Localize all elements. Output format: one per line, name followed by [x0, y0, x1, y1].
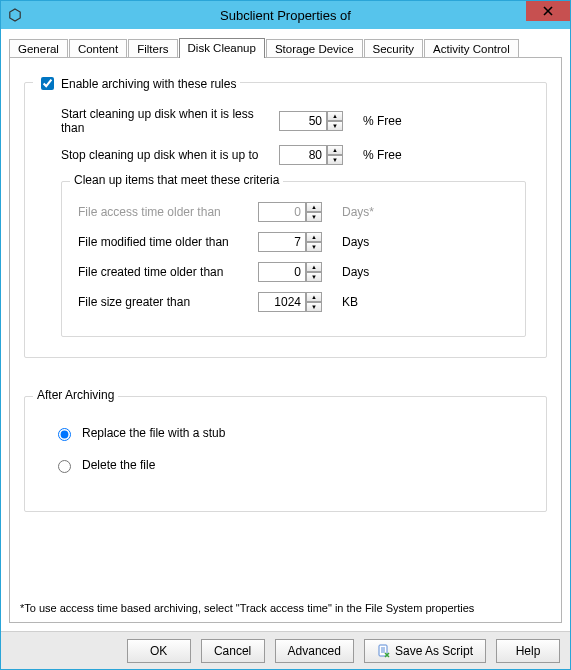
tab-storage-device[interactable]: Storage Device: [266, 39, 363, 58]
spin-up-icon[interactable]: ▲: [306, 292, 322, 302]
cancel-button[interactable]: Cancel: [201, 639, 265, 663]
access-time-unit: Days*: [342, 205, 374, 219]
close-button[interactable]: [526, 1, 570, 21]
modified-time-input[interactable]: [258, 232, 306, 252]
start-cleaning-row: Start cleaning up disk when it is less t…: [61, 107, 534, 135]
criteria-group: Clean up items that meet these criteria …: [61, 181, 526, 337]
criteria-legend: Clean up items that meet these criteria: [70, 173, 283, 187]
ok-button[interactable]: OK: [127, 639, 191, 663]
created-time-label: File created time older than: [78, 265, 250, 279]
svg-marker-0: [10, 9, 20, 21]
delete-file-radio[interactable]: [58, 460, 71, 473]
tab-filters[interactable]: Filters: [128, 39, 177, 58]
spin-down-icon[interactable]: ▼: [306, 302, 322, 312]
created-time-input[interactable]: [258, 262, 306, 282]
file-size-unit: KB: [342, 295, 358, 309]
footnote: *To use access time based archiving, sel…: [20, 602, 474, 614]
start-cleaning-unit: % Free: [363, 114, 402, 128]
spin-down-icon: ▼: [306, 212, 322, 222]
stop-cleaning-unit: % Free: [363, 148, 402, 162]
stop-cleaning-label: Stop cleaning up disk when it is up to: [61, 148, 271, 162]
file-size-row: File size greater than ▲ ▼ KB: [78, 292, 515, 312]
access-time-row: File access time older than ▲ ▼ Days*: [78, 202, 515, 222]
file-size-spinner: ▲ ▼: [258, 292, 324, 312]
tab-general[interactable]: General: [9, 39, 68, 58]
after-archiving-group: After Archiving Replace the file with a …: [24, 396, 547, 512]
enable-archiving-label: Enable archiving with these rules: [61, 77, 236, 91]
file-size-input[interactable]: [258, 292, 306, 312]
spin-down-icon[interactable]: ▼: [306, 272, 322, 282]
app-icon: [7, 7, 23, 23]
spin-up-icon[interactable]: ▲: [327, 111, 343, 121]
enable-archiving-checkbox[interactable]: [41, 77, 54, 90]
spin-down-icon[interactable]: ▼: [327, 155, 343, 165]
replace-stub-label: Replace the file with a stub: [82, 426, 225, 440]
start-cleaning-label: Start cleaning up disk when it is less t…: [61, 107, 271, 135]
modified-time-spinner: ▲ ▼: [258, 232, 324, 252]
tab-security[interactable]: Security: [364, 39, 424, 58]
start-cleaning-input[interactable]: [279, 111, 327, 131]
close-icon: [543, 6, 553, 16]
button-bar: OK Cancel Advanced Save As Script Help: [1, 631, 570, 669]
file-size-label: File size greater than: [78, 295, 250, 309]
client-area: General Content Filters Disk Cleanup Sto…: [1, 29, 570, 631]
tab-activity-control[interactable]: Activity Control: [424, 39, 519, 58]
stop-cleaning-spinbtns: ▲ ▼: [327, 145, 343, 165]
spin-up-icon[interactable]: ▲: [306, 262, 322, 272]
spin-up-icon[interactable]: ▲: [306, 232, 322, 242]
modified-time-row: File modified time older than ▲ ▼ Days: [78, 232, 515, 252]
modified-time-spinbtns: ▲ ▼: [306, 232, 322, 252]
spin-down-icon[interactable]: ▼: [306, 242, 322, 252]
replace-stub-row: Replace the file with a stub: [53, 425, 534, 441]
stop-cleaning-input[interactable]: [279, 145, 327, 165]
created-time-spinbtns: ▲ ▼: [306, 262, 322, 282]
titlebar: Subclient Properties of: [1, 1, 570, 29]
delete-file-row: Delete the file: [53, 457, 534, 473]
modified-time-label: File modified time older than: [78, 235, 250, 249]
access-time-spinner: ▲ ▼: [258, 202, 324, 222]
spin-up-icon[interactable]: ▲: [327, 145, 343, 155]
save-as-script-label: Save As Script: [395, 644, 473, 658]
start-cleaning-spinner: ▲ ▼: [279, 111, 345, 131]
created-time-row: File created time older than ▲ ▼ Days: [78, 262, 515, 282]
window-frame: Subclient Properties of General Content …: [0, 0, 571, 670]
spin-down-icon[interactable]: ▼: [327, 121, 343, 131]
tab-content[interactable]: Content: [69, 39, 127, 58]
created-time-unit: Days: [342, 265, 369, 279]
tab-disk-cleanup[interactable]: Disk Cleanup: [179, 38, 265, 58]
after-archiving-legend: After Archiving: [33, 388, 118, 402]
stop-cleaning-spinner: ▲ ▼: [279, 145, 345, 165]
start-cleaning-spinbtns: ▲ ▼: [327, 111, 343, 131]
script-icon: [377, 644, 391, 658]
enable-archiving-legend: Enable archiving with these rules: [33, 74, 240, 93]
delete-file-label: Delete the file: [82, 458, 155, 472]
access-time-label: File access time older than: [78, 205, 250, 219]
window-title: Subclient Properties of: [1, 8, 570, 23]
file-size-spinbtns: ▲ ▼: [306, 292, 322, 312]
help-button[interactable]: Help: [496, 639, 560, 663]
modified-time-unit: Days: [342, 235, 369, 249]
access-time-spinbtns: ▲ ▼: [306, 202, 322, 222]
tab-page-disk-cleanup: Enable archiving with these rules Start …: [9, 57, 562, 623]
created-time-spinner: ▲ ▼: [258, 262, 324, 282]
access-time-input: [258, 202, 306, 222]
enable-archiving-group: Enable archiving with these rules Start …: [24, 82, 547, 358]
save-as-script-button[interactable]: Save As Script: [364, 639, 486, 663]
replace-stub-radio[interactable]: [58, 428, 71, 441]
stop-cleaning-row: Stop cleaning up disk when it is up to ▲…: [61, 145, 534, 165]
advanced-button[interactable]: Advanced: [275, 639, 354, 663]
spin-up-icon: ▲: [306, 202, 322, 212]
tabstrip: General Content Filters Disk Cleanup Sto…: [9, 35, 562, 57]
